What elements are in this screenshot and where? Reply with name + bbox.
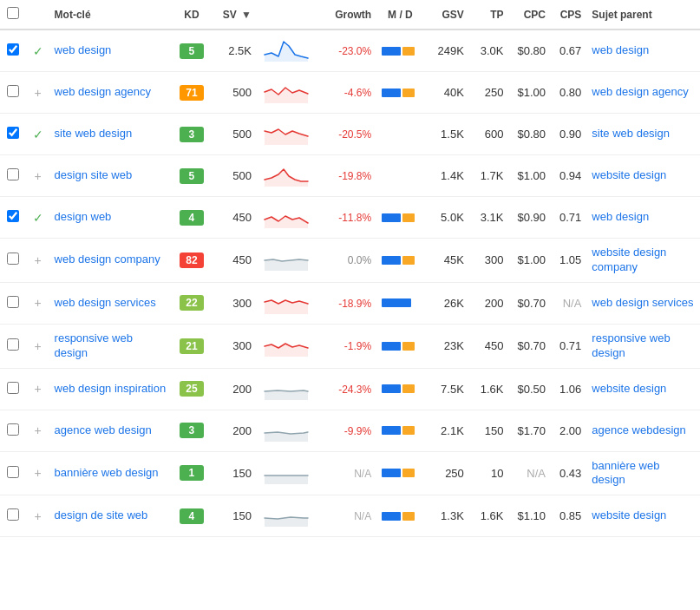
keyword-link[interactable]: web design agency [55, 85, 151, 98]
row-keyword-cell: responsive web design [49, 324, 172, 368]
row-checkbox[interactable] [7, 210, 19, 222]
row-checkbox[interactable] [7, 43, 19, 56]
cpc-value: $0.80 [517, 128, 546, 141]
keyword-link[interactable]: design site web [55, 168, 133, 181]
keyword-link[interactable]: responsive web design [55, 331, 133, 359]
cps-value: 1.06 [559, 383, 581, 396]
parent-link[interactable]: site web design [592, 127, 670, 140]
cpc-value: $0.50 [517, 383, 546, 396]
sparkline-chart [265, 332, 308, 357]
row-checkbox[interactable] [7, 423, 19, 436]
row-chart-cell [257, 324, 315, 368]
header-cpc: CPC [509, 0, 551, 30]
plus-icon[interactable]: + [34, 296, 41, 310]
parent-link[interactable]: website design [592, 508, 666, 521]
row-checkbox-cell [0, 114, 26, 155]
md-bar [382, 172, 418, 180]
growth-value: 0.0% [348, 254, 371, 266]
keyword-link[interactable]: site web design [55, 127, 133, 140]
sparkline-container [265, 37, 308, 64]
plus-icon[interactable]: + [34, 169, 41, 183]
plus-icon[interactable]: + [34, 253, 41, 267]
row-checkbox[interactable] [7, 338, 19, 351]
sv-value: 500 [232, 169, 252, 182]
keyword-link[interactable]: web design inspiration [55, 382, 167, 395]
row-chart-cell [257, 30, 315, 72]
row-cps-cell: 0.94 [551, 155, 586, 197]
md-bar [382, 342, 418, 351]
cpc-value: $0.70 [517, 297, 546, 310]
row-cpc-cell: $1.00 [509, 155, 551, 197]
sv-value: 500 [232, 128, 252, 141]
row-cpc-cell: $1.00 [509, 72, 551, 114]
row-checkbox[interactable] [7, 253, 19, 265]
parent-link[interactable]: web design services [592, 296, 693, 309]
sv-value: 150 [232, 509, 252, 522]
row-checkbox[interactable] [7, 296, 19, 308]
keyword-link[interactable]: agence web design [55, 423, 152, 436]
row-md-cell [376, 197, 423, 239]
parent-link[interactable]: website design company [592, 246, 666, 273]
plus-icon[interactable]: + [34, 509, 41, 523]
row-checkbox[interactable] [7, 85, 19, 97]
sparkline-chart [265, 246, 308, 271]
row-tp-cell: 1.6K [469, 368, 509, 410]
row-gsv-cell: 1.4K [424, 155, 469, 197]
row-checkbox[interactable] [7, 466, 19, 478]
cps-value: 0.90 [559, 128, 581, 141]
plus-icon[interactable]: + [34, 339, 41, 353]
keyword-link[interactable]: design de site web [55, 508, 148, 521]
sparkline-chart [265, 417, 308, 442]
row-action-cell: + [26, 72, 49, 114]
row-action-cell: + [26, 239, 49, 283]
parent-link[interactable]: agence webdesign [592, 423, 685, 436]
row-cpc-cell: $0.80 [509, 114, 551, 155]
parent-link[interactable]: website design [592, 168, 666, 181]
row-tp-cell: 1.7K [469, 155, 509, 197]
md-yellow-segment [402, 256, 415, 265]
row-chart-cell [257, 451, 315, 495]
keyword-link[interactable]: web design services [55, 296, 156, 309]
row-gsv-cell: 45K [424, 239, 469, 283]
sv-value: 2.5K [228, 44, 252, 57]
parent-link[interactable]: web design [592, 210, 649, 223]
keyword-link[interactable]: bannière web design [55, 466, 159, 479]
kd-badge: 4 [180, 210, 204, 226]
parent-link[interactable]: responsive web design [592, 331, 670, 359]
parent-link[interactable]: web design agency [592, 85, 688, 98]
row-checkbox[interactable] [7, 382, 19, 394]
parent-link[interactable]: website design [592, 382, 666, 395]
sparkline-chart [265, 121, 308, 145]
tp-value: 250 [485, 86, 504, 99]
cpc-value: N/A [527, 467, 546, 480]
row-sv-cell: 500 [212, 155, 257, 197]
plus-icon[interactable]: + [34, 423, 41, 437]
header-checkbox-col [0, 0, 26, 30]
row-gsv-cell: 23K [424, 324, 469, 368]
header-action-col [26, 0, 49, 30]
row-tp-cell: 10 [469, 451, 509, 495]
header-sv[interactable]: SV ▼ [212, 0, 257, 30]
plus-icon[interactable]: + [34, 86, 41, 100]
plus-icon[interactable]: + [34, 382, 41, 396]
keyword-link[interactable]: design web [55, 210, 112, 223]
md-blue-segment [382, 342, 401, 351]
md-blue-segment [382, 256, 401, 265]
sv-value: 300 [232, 339, 252, 352]
plus-icon[interactable]: + [34, 466, 41, 480]
row-checkbox[interactable] [7, 127, 19, 139]
parent-link[interactable]: web design [592, 43, 649, 56]
row-checkbox[interactable] [7, 168, 19, 180]
row-checkbox[interactable] [7, 508, 19, 521]
keyword-link[interactable]: web design company [55, 253, 160, 266]
row-parent-cell: web design services [586, 282, 700, 324]
row-checkbox-cell [0, 155, 26, 197]
select-all-checkbox[interactable] [7, 7, 19, 19]
sparkline-container [265, 332, 308, 359]
check-icon: ✓ [33, 128, 43, 141]
row-sv-cell: 500 [212, 72, 257, 114]
row-cps-cell: 0.85 [551, 495, 586, 537]
row-kd-cell: 4 [172, 495, 212, 537]
keyword-link[interactable]: web design [55, 43, 112, 56]
parent-link[interactable]: bannière web design [592, 459, 659, 487]
